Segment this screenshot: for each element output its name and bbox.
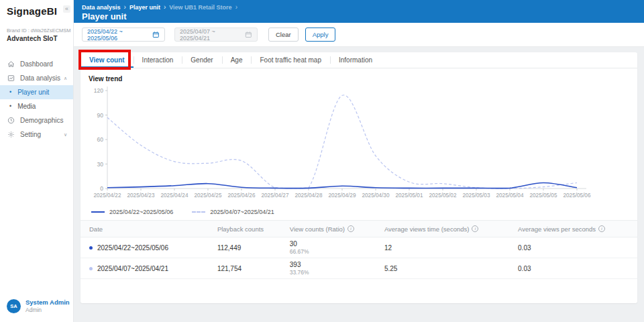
page-title: Player unit xyxy=(82,11,644,21)
svg-text:2025/04/25: 2025/04/25 xyxy=(195,193,222,199)
col-average-views-per-seconds: Average views per seconds i xyxy=(509,225,637,233)
series-dot-previous xyxy=(89,267,93,270)
row-avg-time: 12 xyxy=(376,244,509,252)
tab-gender[interactable]: Gender xyxy=(182,52,221,68)
col-label: View counts (Ratio) xyxy=(290,225,345,233)
sidebar-item-label: Player unit xyxy=(17,89,49,96)
gear-icon xyxy=(7,131,15,138)
row-date: 2025/04/22~2025/05/06 xyxy=(97,244,168,252)
svg-text:0: 0 xyxy=(100,185,103,192)
col-date: Date xyxy=(80,225,209,233)
breadcrumb-data-analysis[interactable]: Data analysis xyxy=(82,4,121,11)
date-range-primary-value: 2025/04/22 ~ 2025/05/06 xyxy=(87,28,152,42)
legend-label: 2025/04/07~2025/04/21 xyxy=(210,209,274,215)
sidebar-item-dashboard[interactable]: Dashboard xyxy=(0,57,73,71)
main-area: Data analysis › Player unit › View UB1 R… xyxy=(74,0,644,322)
chevron-right-icon: › xyxy=(164,3,166,11)
sidebar-collapse-icon[interactable]: « xyxy=(63,5,70,13)
legend-current-period[interactable]: 2025/04/22~2025/05/06 xyxy=(91,209,173,215)
info-icon[interactable]: i xyxy=(347,225,354,232)
svg-text:90: 90 xyxy=(97,112,104,119)
svg-text:120: 120 xyxy=(94,87,103,94)
user-role: Admin xyxy=(25,307,70,313)
user-menu[interactable]: SA System Admin Admin xyxy=(7,299,70,313)
svg-text:2025/04/24: 2025/04/24 xyxy=(161,193,189,199)
sidebar-item-player-unit[interactable]: • Player unit xyxy=(0,85,73,99)
clear-button[interactable]: Clear xyxy=(268,28,299,42)
summary-table: Date Playback counts View counts (Ratio)… xyxy=(80,220,637,279)
chevron-down-icon: ∨ xyxy=(64,132,67,138)
table-row-previous: 2025/04/07~2025/04/21 121,754 393 33.76%… xyxy=(80,258,637,279)
tab-bar: View count Interaction Gender Age Foot t… xyxy=(80,52,637,68)
svg-text:2025/05/04: 2025/05/04 xyxy=(496,193,524,199)
tab-view-count[interactable]: View count xyxy=(80,52,133,68)
brand-name: Advantech SIoT xyxy=(7,35,68,42)
svg-text:2025/05/03: 2025/05/03 xyxy=(463,193,490,199)
legend-line-solid xyxy=(91,211,105,213)
sidebar-item-label: Demographics xyxy=(20,117,63,124)
breadcrumb: Data analysis › Player unit › View UB1 R… xyxy=(82,3,644,11)
chevron-up-icon: ∧ xyxy=(64,76,67,81)
brand-id-label: Brand ID : dWa26ZsECMSM xyxy=(7,28,68,34)
sidebar-item-data-analysis[interactable]: Data analysis ∧ xyxy=(0,71,73,85)
sidebar: SignageBI « Brand ID : dWa26ZsECMSM Adva… xyxy=(0,0,74,322)
svg-text:2025/04/27: 2025/04/27 xyxy=(262,193,289,199)
signagebi-app: SignageBI « Brand ID : dWa26ZsECMSM Adva… xyxy=(0,0,644,322)
home-icon xyxy=(7,60,15,68)
row-view-counts: 393 33.76% xyxy=(281,261,376,276)
date-range-compare-value: 2025/04/07 ~ 2025/04/21 xyxy=(180,28,245,42)
sidebar-item-label: Media xyxy=(17,103,36,110)
svg-text:2025/04/28: 2025/04/28 xyxy=(295,193,323,199)
svg-text:2025/04/30: 2025/04/30 xyxy=(362,193,390,199)
calendar-icon xyxy=(152,31,160,38)
info-icon[interactable]: i xyxy=(472,225,478,232)
tab-foot-traffic-heat-map[interactable]: Foot traffic heat map xyxy=(251,52,330,68)
breadcrumb-store[interactable]: View UB1 Retail Store xyxy=(169,4,231,11)
col-label: Average views per seconds xyxy=(518,225,596,233)
row-avg-time: 5.25 xyxy=(376,265,509,272)
date-range-picker-compare[interactable]: 2025/04/07 ~ 2025/04/21 xyxy=(174,28,258,42)
svg-text:2025/05/02: 2025/05/02 xyxy=(429,193,457,199)
bullet-icon: • xyxy=(9,103,11,109)
avatar: SA xyxy=(7,299,21,313)
row-ratio: 33.76% xyxy=(290,269,376,276)
row-views: 393 xyxy=(290,261,376,268)
sidebar-item-setting[interactable]: Setting ∨ xyxy=(0,127,73,142)
chart-legend: 2025/04/22~2025/05/06 2025/04/07~2025/04… xyxy=(80,209,637,220)
tab-interaction[interactable]: Interaction xyxy=(133,52,182,68)
row-avg-per-sec: 0.03 xyxy=(509,265,637,272)
tab-age[interactable]: Age xyxy=(222,52,252,68)
sidebar-item-label: Setting xyxy=(20,131,41,138)
user-name: System Admin xyxy=(25,299,70,306)
calendar-icon xyxy=(245,31,252,38)
svg-text:2025/04/26: 2025/04/26 xyxy=(228,193,256,199)
legend-previous-period[interactable]: 2025/04/07~2025/04/21 xyxy=(192,209,274,215)
chevron-right-icon: › xyxy=(235,3,237,11)
col-average-views-time: Average views time (seconds) i xyxy=(376,225,509,233)
sidebar-nav: Dashboard Data analysis ∧ • Player unit … xyxy=(0,57,73,142)
apply-button[interactable]: Apply xyxy=(305,28,336,42)
bullet-icon: • xyxy=(9,89,11,95)
date-range-picker-primary[interactable]: 2025/04/22 ~ 2025/05/06 xyxy=(82,28,165,42)
col-label: Average views time (seconds) xyxy=(384,225,470,233)
svg-text:60: 60 xyxy=(97,136,104,143)
svg-text:2025/04/22: 2025/04/22 xyxy=(94,193,121,199)
view-trend-chart: 03060901202025/04/222025/04/232025/04/24… xyxy=(87,84,624,206)
chevron-right-icon: › xyxy=(124,3,126,11)
info-icon[interactable]: i xyxy=(598,225,605,232)
sidebar-item-media[interactable]: • Media xyxy=(0,99,73,113)
col-view-counts: View counts (Ratio) i xyxy=(281,225,376,233)
data-analysis-icon xyxy=(7,74,15,82)
row-playback: 121,754 xyxy=(209,265,281,272)
row-view-counts: 30 66.67% xyxy=(281,240,376,255)
svg-text:2025/05/05: 2025/05/05 xyxy=(530,193,557,199)
col-playback-counts: Playback counts xyxy=(209,225,281,233)
svg-text:2025/04/23: 2025/04/23 xyxy=(127,193,155,199)
row-views: 30 xyxy=(290,240,376,248)
sidebar-item-demographics[interactable]: Demographics xyxy=(0,113,73,127)
series-dot-current xyxy=(89,246,93,250)
svg-text:2025/05/06: 2025/05/06 xyxy=(564,193,591,199)
breadcrumb-player-unit[interactable]: Player unit xyxy=(129,4,160,11)
tab-information[interactable]: Information xyxy=(330,52,381,68)
content: View count Interaction Gender Age Foot t… xyxy=(74,47,644,303)
